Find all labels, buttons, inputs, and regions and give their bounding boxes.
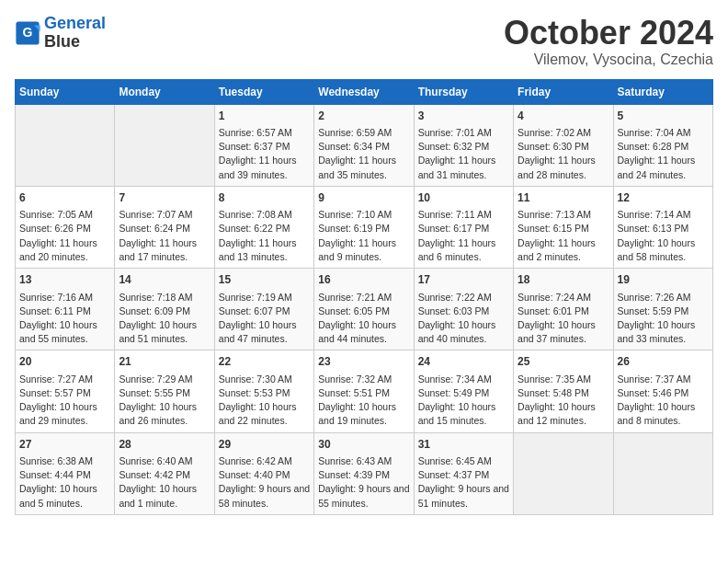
day-info: Sunrise: 7:04 AM Sunset: 6:28 PM Dayligh… <box>618 126 709 182</box>
day-info: Sunrise: 7:10 AM Sunset: 6:19 PM Dayligh… <box>318 208 409 264</box>
month-title: October 2024 <box>504 15 713 52</box>
day-info: Sunrise: 7:29 AM Sunset: 5:55 PM Dayligh… <box>119 373 210 429</box>
day-number: 9 <box>318 190 409 206</box>
week-row-3: 13Sunrise: 7:16 AM Sunset: 6:11 PM Dayli… <box>16 269 713 350</box>
day-number: 10 <box>418 190 509 206</box>
day-info: Sunrise: 7:18 AM Sunset: 6:09 PM Dayligh… <box>119 291 210 347</box>
day-number: 26 <box>618 354 709 370</box>
day-info: Sunrise: 6:43 AM Sunset: 4:39 PM Dayligh… <box>318 454 409 511</box>
calendar-cell: 15Sunrise: 7:19 AM Sunset: 6:07 PM Dayli… <box>214 269 313 350</box>
logo: G General Blue <box>15 15 106 52</box>
day-number: 3 <box>418 109 509 124</box>
day-number: 17 <box>418 272 509 288</box>
logo-text: General Blue <box>44 15 106 52</box>
col-header-tuesday: Tuesday <box>214 79 313 104</box>
day-number: 11 <box>518 190 609 206</box>
day-number: 6 <box>19 190 110 206</box>
calendar-cell: 22Sunrise: 7:30 AM Sunset: 5:53 PM Dayli… <box>214 350 313 432</box>
day-number: 16 <box>318 272 409 288</box>
logo-line1: General <box>44 14 106 32</box>
calendar-cell: 8Sunrise: 7:08 AM Sunset: 6:22 PM Daylig… <box>214 186 313 268</box>
col-header-wednesday: Wednesday <box>314 79 414 104</box>
calendar-cell <box>613 432 712 514</box>
location: Vilemov, Vysocina, Czechia <box>504 52 713 68</box>
day-info: Sunrise: 7:24 AM Sunset: 6:01 PM Dayligh… <box>518 291 609 347</box>
calendar-cell: 31Sunrise: 6:45 AM Sunset: 4:37 PM Dayli… <box>414 432 513 514</box>
calendar-cell: 24Sunrise: 7:34 AM Sunset: 5:49 PM Dayli… <box>414 350 513 432</box>
day-number: 7 <box>119 190 210 206</box>
calendar-cell: 14Sunrise: 7:18 AM Sunset: 6:09 PM Dayli… <box>115 269 214 350</box>
day-info: Sunrise: 7:35 AM Sunset: 5:48 PM Dayligh… <box>518 373 609 429</box>
calendar-cell: 10Sunrise: 7:11 AM Sunset: 6:17 PM Dayli… <box>414 186 513 268</box>
calendar-cell: 1Sunrise: 6:57 AM Sunset: 6:37 PM Daylig… <box>214 104 313 186</box>
day-info: Sunrise: 7:19 AM Sunset: 6:07 PM Dayligh… <box>219 291 310 347</box>
day-number: 25 <box>518 354 609 370</box>
day-info: Sunrise: 7:08 AM Sunset: 6:22 PM Dayligh… <box>219 208 310 264</box>
calendar-cell: 20Sunrise: 7:27 AM Sunset: 5:57 PM Dayli… <box>16 350 115 432</box>
calendar-cell: 12Sunrise: 7:14 AM Sunset: 6:13 PM Dayli… <box>613 186 712 268</box>
day-number: 24 <box>418 354 509 370</box>
calendar-cell: 19Sunrise: 7:26 AM Sunset: 5:59 PM Dayli… <box>613 269 712 350</box>
day-info: Sunrise: 6:45 AM Sunset: 4:37 PM Dayligh… <box>418 454 509 511</box>
calendar-cell: 13Sunrise: 7:16 AM Sunset: 6:11 PM Dayli… <box>16 269 115 350</box>
col-header-saturday: Saturday <box>613 79 712 104</box>
calendar-cell: 6Sunrise: 7:05 AM Sunset: 6:26 PM Daylig… <box>16 186 115 268</box>
calendar-cell: 23Sunrise: 7:32 AM Sunset: 5:51 PM Dayli… <box>314 350 414 432</box>
calendar-cell: 3Sunrise: 7:01 AM Sunset: 6:32 PM Daylig… <box>414 104 513 186</box>
calendar-cell: 28Sunrise: 6:40 AM Sunset: 4:42 PM Dayli… <box>115 432 214 514</box>
day-number: 13 <box>19 272 110 288</box>
calendar-cell: 11Sunrise: 7:13 AM Sunset: 6:15 PM Dayli… <box>514 186 613 268</box>
calendar-cell: 18Sunrise: 7:24 AM Sunset: 6:01 PM Dayli… <box>514 269 613 350</box>
calendar-cell: 30Sunrise: 6:43 AM Sunset: 4:39 PM Dayli… <box>314 432 414 514</box>
day-number: 30 <box>318 437 409 453</box>
day-number: 2 <box>318 109 409 124</box>
day-number: 22 <box>219 354 310 370</box>
day-info: Sunrise: 7:01 AM Sunset: 6:32 PM Dayligh… <box>418 126 509 182</box>
day-info: Sunrise: 7:05 AM Sunset: 6:26 PM Dayligh… <box>19 208 110 264</box>
calendar-cell <box>115 104 214 186</box>
day-number: 5 <box>618 109 709 124</box>
day-number: 31 <box>418 437 509 453</box>
day-number: 14 <box>119 272 210 288</box>
calendar-cell: 7Sunrise: 7:07 AM Sunset: 6:24 PM Daylig… <box>115 186 214 268</box>
week-row-4: 20Sunrise: 7:27 AM Sunset: 5:57 PM Dayli… <box>16 350 713 432</box>
day-info: Sunrise: 7:22 AM Sunset: 6:03 PM Dayligh… <box>418 291 509 347</box>
calendar-cell: 25Sunrise: 7:35 AM Sunset: 5:48 PM Dayli… <box>514 350 613 432</box>
week-row-2: 6Sunrise: 7:05 AM Sunset: 6:26 PM Daylig… <box>16 186 713 268</box>
logo-icon: G <box>15 20 40 46</box>
col-header-sunday: Sunday <box>16 79 115 104</box>
week-row-5: 27Sunrise: 6:38 AM Sunset: 4:44 PM Dayli… <box>16 432 713 514</box>
calendar-table: SundayMondayTuesdayWednesdayThursdayFrid… <box>15 79 713 515</box>
day-info: Sunrise: 7:02 AM Sunset: 6:30 PM Dayligh… <box>518 126 609 182</box>
col-header-monday: Monday <box>115 79 214 104</box>
day-info: Sunrise: 7:07 AM Sunset: 6:24 PM Dayligh… <box>119 208 210 264</box>
calendar-cell: 16Sunrise: 7:21 AM Sunset: 6:05 PM Dayli… <box>314 269 414 350</box>
day-info: Sunrise: 7:11 AM Sunset: 6:17 PM Dayligh… <box>418 208 509 264</box>
day-info: Sunrise: 7:37 AM Sunset: 5:46 PM Dayligh… <box>618 373 709 429</box>
col-header-friday: Friday <box>514 79 613 104</box>
day-info: Sunrise: 7:27 AM Sunset: 5:57 PM Dayligh… <box>19 373 110 429</box>
day-number: 28 <box>119 437 210 453</box>
col-header-thursday: Thursday <box>414 79 513 104</box>
page-header: G General Blue October 2024 Vilemov, Vys… <box>15 15 713 68</box>
day-number: 4 <box>518 109 609 124</box>
day-info: Sunrise: 7:32 AM Sunset: 5:51 PM Dayligh… <box>318 373 409 429</box>
calendar-cell: 5Sunrise: 7:04 AM Sunset: 6:28 PM Daylig… <box>613 104 712 186</box>
day-number: 15 <box>219 272 310 288</box>
day-info: Sunrise: 7:26 AM Sunset: 5:59 PM Dayligh… <box>618 291 709 347</box>
day-info: Sunrise: 6:59 AM Sunset: 6:34 PM Dayligh… <box>318 126 409 182</box>
day-number: 29 <box>219 437 310 453</box>
calendar-cell: 26Sunrise: 7:37 AM Sunset: 5:46 PM Dayli… <box>613 350 712 432</box>
title-block: October 2024 Vilemov, Vysocina, Czechia <box>504 15 713 68</box>
day-info: Sunrise: 7:34 AM Sunset: 5:49 PM Dayligh… <box>418 373 509 429</box>
calendar-cell: 17Sunrise: 7:22 AM Sunset: 6:03 PM Dayli… <box>414 269 513 350</box>
calendar-cell <box>514 432 613 514</box>
calendar-cell: 4Sunrise: 7:02 AM Sunset: 6:30 PM Daylig… <box>514 104 613 186</box>
svg-text:G: G <box>23 25 33 40</box>
day-number: 1 <box>219 109 310 124</box>
day-number: 23 <box>318 354 409 370</box>
day-info: Sunrise: 6:40 AM Sunset: 4:42 PM Dayligh… <box>119 454 210 511</box>
day-number: 12 <box>618 190 709 206</box>
week-row-1: 1Sunrise: 6:57 AM Sunset: 6:37 PM Daylig… <box>16 104 713 186</box>
day-number: 18 <box>518 272 609 288</box>
